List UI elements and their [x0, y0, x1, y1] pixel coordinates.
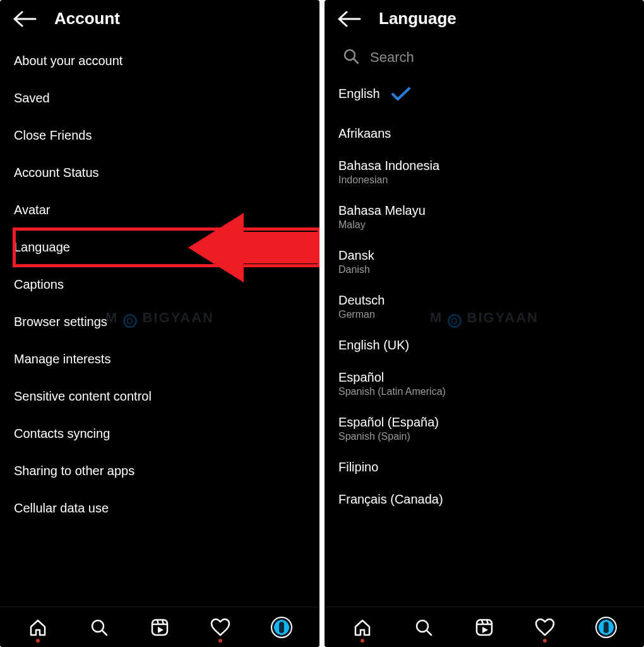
language-option-dansk[interactable]: Dansk Danish — [338, 239, 644, 284]
settings-item-saved[interactable]: Saved — [14, 80, 319, 117]
bottom-nav — [0, 607, 319, 647]
page-title: Account — [54, 9, 120, 28]
annotation-arrow-icon — [188, 213, 319, 282]
language-option-francais-canada[interactable]: Français (Canada) — [338, 483, 644, 516]
nav-profile[interactable] — [590, 611, 623, 644]
language-option-bahasa-indonesia[interactable]: Bahasa Indonesia Indonesian — [338, 150, 644, 195]
svg-marker-0 — [188, 213, 319, 282]
nav-dot-icon — [361, 639, 364, 643]
nav-home[interactable] — [346, 611, 379, 644]
settings-item-account-status[interactable]: Account Status — [14, 154, 319, 191]
settings-item-sensitive-content-control[interactable]: Sensitive content control — [14, 378, 319, 415]
nav-home[interactable] — [21, 611, 54, 644]
language-option-english-uk[interactable]: English (UK) — [338, 329, 644, 361]
settings-item-close-friends[interactable]: Close Friends — [14, 117, 319, 154]
language-picker-screen: Language Search English Afrikaans Bahasa… — [325, 0, 644, 647]
header: Account — [0, 0, 319, 40]
language-option-filipino[interactable]: Filipino — [338, 451, 644, 483]
nav-dot-icon — [36, 639, 40, 643]
nav-reels[interactable] — [468, 611, 501, 644]
svg-line-9 — [354, 59, 358, 63]
header: Language — [325, 0, 644, 40]
language-option-english[interactable]: English — [338, 83, 644, 118]
search-input[interactable]: Search — [325, 40, 644, 80]
settings-item-browser-settings[interactable]: Browser settings — [14, 303, 319, 341]
svg-line-2 — [102, 631, 107, 635]
svg-rect-3 — [152, 620, 167, 635]
nav-dot-icon — [218, 639, 222, 643]
nav-reels[interactable] — [143, 611, 176, 644]
nav-profile[interactable] — [265, 611, 298, 644]
bottom-nav — [325, 607, 644, 647]
account-settings-screen: Account About your account Saved Close F… — [0, 0, 319, 647]
search-placeholder: Search — [370, 49, 414, 66]
language-option-espanol[interactable]: Español Spanish (Latin America) — [338, 361, 644, 406]
svg-marker-16 — [482, 627, 488, 633]
nav-activity[interactable] — [528, 611, 561, 644]
nav-search[interactable] — [83, 611, 116, 644]
nav-activity[interactable] — [204, 611, 237, 644]
nav-search[interactable] — [407, 611, 440, 644]
account-settings-list: About your account Saved Close Friends A… — [0, 40, 319, 607]
settings-item-language[interactable]: Language — [14, 229, 319, 266]
back-arrow-icon[interactable] — [13, 11, 37, 27]
svg-line-11 — [427, 631, 431, 635]
page-title: Language — [379, 9, 456, 28]
language-option-deutsch[interactable]: Deutsch German — [338, 284, 644, 329]
svg-rect-12 — [477, 620, 492, 635]
language-option-espanol-espana[interactable]: Español (España) Spanish (Spain) — [338, 406, 644, 451]
profile-avatar-icon — [595, 617, 617, 638]
nav-dot-icon — [543, 639, 547, 643]
svg-marker-7 — [158, 627, 164, 633]
check-icon — [391, 87, 410, 101]
settings-item-manage-interests[interactable]: Manage interests — [14, 341, 319, 378]
settings-item-about-your-account[interactable]: About your account — [14, 42, 319, 80]
settings-item-cellular-data-use[interactable]: Cellular data use — [14, 490, 319, 527]
search-icon — [342, 47, 360, 68]
back-arrow-icon[interactable] — [337, 11, 361, 27]
settings-item-sharing-to-other-apps[interactable]: Sharing to other apps — [14, 452, 319, 490]
profile-avatar-icon — [271, 617, 292, 638]
language-option-afrikaans[interactable]: Afrikaans — [338, 118, 644, 150]
settings-item-contacts-syncing[interactable]: Contacts syncing — [14, 415, 319, 452]
language-option-bahasa-melayu[interactable]: Bahasa Melayu Malay — [338, 195, 644, 239]
language-list: English Afrikaans Bahasa Indonesia Indon… — [325, 80, 644, 607]
